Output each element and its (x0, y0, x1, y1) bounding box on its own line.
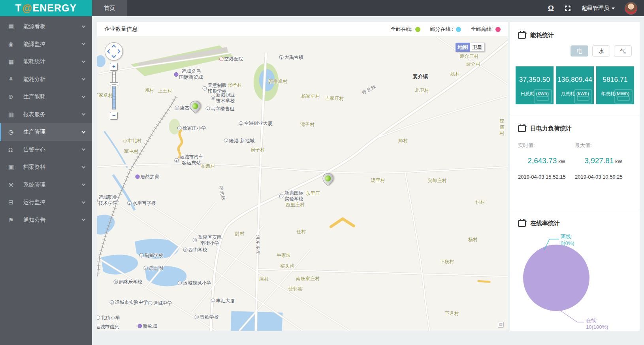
pie-callout-lines (510, 230, 640, 331)
zoom-slider-handle[interactable] (110, 82, 118, 86)
map-overview-button[interactable]: ▤ (498, 322, 504, 328)
avatar[interactable] (625, 2, 637, 14)
legend-item: 全部离线: (471, 26, 501, 33)
pan-up-icon[interactable] (111, 45, 116, 49)
notification-bell-icon[interactable]: Ω (548, 4, 554, 12)
sidebar-item[interactable]: 生产能耗 (0, 88, 92, 106)
sidebar-item-icon (8, 146, 19, 153)
right-panel: 能耗统计 电 水 气 37,350.50 日总耗 (kWh) (510, 22, 640, 331)
chevron-down-icon (82, 24, 86, 28)
sidebar-item-icon (8, 58, 19, 65)
sidebar-item-label: 告警中心 (23, 146, 45, 153)
chevron-down-icon (82, 77, 86, 81)
energy-stats-title: 能耗统计 (530, 32, 554, 39)
load-unit: kW (558, 159, 565, 164)
map-type-button[interactable]: 卫星 (470, 43, 485, 52)
chevron-down-icon (82, 94, 86, 98)
pie-label-online: 在线: 10(100%) (586, 317, 608, 331)
enterprise-pin-marker[interactable] (320, 171, 335, 186)
stat-value: 5816.71 (596, 76, 634, 84)
user-name: 超级管理员 (582, 5, 609, 12)
pie-label-offline: 离线: 0(0%) (561, 234, 574, 247)
main-content: 企业数量信息 全部在线: 部分在线 : (92, 16, 644, 345)
legend-label: 全部在线: (391, 26, 413, 33)
sidebar-item-icon (8, 181, 19, 189)
map-type-toggle: 地图 卫星 (456, 43, 485, 52)
stat-value: 136,809.44 (556, 76, 594, 84)
chevron-down-icon (82, 200, 86, 204)
chevron-down-icon (82, 164, 86, 168)
load-unit: kW (615, 159, 622, 164)
sidebar-item-label: 能源看板 (23, 23, 45, 30)
map-pan-control[interactable] (105, 42, 123, 60)
sidebar-item[interactable]: 生产管理 (0, 123, 92, 141)
sidebar-item-label: 生产管理 (23, 128, 45, 136)
enterprise-pin-marker[interactable] (188, 98, 203, 113)
online-rate-title: 在线率统计 (530, 220, 560, 227)
sidebar-item[interactable]: 能源监控 (0, 36, 92, 53)
stat-card: 5816.71 年总耗(MWh) (596, 66, 634, 104)
sidebar-item[interactable]: 报表服务 (0, 106, 92, 124)
energy-type-tab[interactable]: 电 (571, 45, 588, 57)
pan-right-icon[interactable] (116, 49, 120, 53)
zoom-slider[interactable] (112, 72, 116, 109)
pan-left-icon[interactable] (107, 49, 111, 53)
zoom-out-button[interactable]: − (110, 112, 118, 120)
logo-at-icon: @ (22, 2, 32, 14)
energy-type-tabs: 电 水 气 (510, 39, 640, 57)
enterprise-map-card: 企业数量信息 全部在线: 部分在线 : (97, 22, 508, 331)
map-type-button[interactable]: 地图 (456, 43, 470, 52)
user-menu[interactable]: 超级管理员 (582, 5, 615, 12)
logo-t: T (15, 2, 22, 14)
sidebar-item[interactable]: 告警中心 (0, 141, 92, 159)
legend-item: 全部在线: (391, 26, 421, 33)
legend-label: 部分在线 : (430, 26, 453, 33)
machine-watermark-icon (614, 89, 633, 104)
sidebar-item-icon (8, 217, 19, 224)
map-card-title: 企业数量信息 (104, 26, 137, 33)
sidebar-item-icon (8, 93, 19, 100)
sidebar-item-icon (8, 128, 19, 136)
sidebar-item[interactable]: 档案资料 (0, 158, 92, 176)
sidebar-item-label: 通知公告 (23, 217, 45, 224)
sidebar-item-icon (8, 76, 19, 83)
load-timestamp: 2019-04-03 15:52:15 (518, 174, 575, 180)
zoom-in-button[interactable]: + (110, 63, 118, 71)
chevron-down-icon (82, 147, 86, 151)
sidebar-item[interactable]: 能耗统计 (0, 53, 92, 71)
chevron-down-icon (82, 217, 86, 221)
online-rate-header: 在线率统计 (510, 210, 640, 227)
sidebar-item[interactable]: 能耗分析 (0, 71, 92, 89)
energy-type-tab[interactable]: 水 (592, 45, 610, 57)
sidebar-item-label: 能耗统计 (23, 58, 45, 65)
energy-stats-header: 能耗统计 (510, 22, 640, 39)
sidebar-item[interactable]: 通知公告 (0, 211, 92, 229)
logo-energy: ENERGY (33, 2, 77, 14)
load-label: 最大值: (575, 142, 632, 149)
load-value: 2,643.73 (527, 156, 557, 165)
energy-type-tab[interactable]: 气 (614, 45, 632, 57)
map-pins-layer (97, 37, 508, 331)
stat-card: 136,809.44 月总耗 (kWh) (556, 66, 594, 104)
map[interactable]: 空港医院 大禹古镇 裴介庄村 (97, 37, 508, 331)
daily-load-title: 日电力负荷统计 (530, 125, 572, 132)
topbar: T@ENERGY 首页 Ω 超级管理员 (0, 0, 644, 16)
daily-load-header: 日电力负荷统计 (510, 115, 640, 132)
sidebar: 能源看板 能源监控 能耗统计 能耗分析 (0, 16, 92, 345)
sidebar-item-label: 运行监控 (23, 199, 45, 206)
load-label: 实时值: (518, 142, 575, 149)
pan-down-icon[interactable] (111, 53, 116, 58)
fullscreen-icon[interactable] (564, 5, 571, 12)
machine-watermark-icon (534, 89, 552, 104)
sidebar-item[interactable]: 运行监控 (0, 194, 92, 211)
tab-home[interactable]: 首页 (92, 0, 127, 16)
sidebar-item[interactable]: 能源看板 (0, 18, 92, 36)
sidebar-item-icon (8, 41, 19, 48)
sidebar-item[interactable]: 系统管理 (0, 176, 92, 194)
stat-value: 37,350.50 (516, 76, 554, 84)
calendar-edit-icon (518, 32, 526, 39)
map-navigation-control: + − (104, 42, 124, 120)
machine-watermark-icon (574, 89, 592, 104)
load-column: 实时值: 2,643.73kW 2019-04-03 15:52:15 (518, 132, 575, 180)
legend-dot (415, 27, 420, 32)
